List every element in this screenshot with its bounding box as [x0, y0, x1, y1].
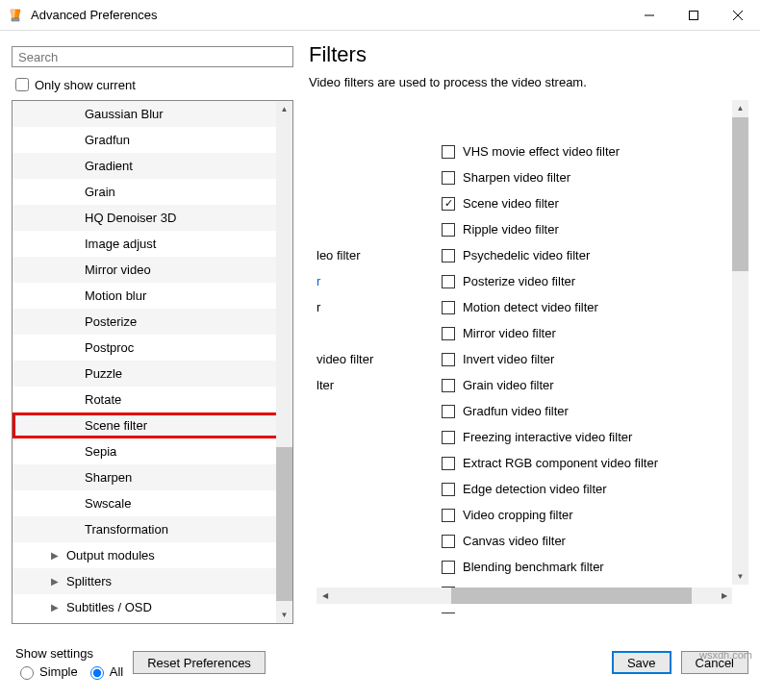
- tree-item[interactable]: Swscale: [13, 490, 292, 516]
- filter-left-fragment: lter: [317, 378, 442, 392]
- filter-checkbox[interactable]: [442, 275, 455, 288]
- tree-item[interactable]: Gradfun: [13, 127, 292, 153]
- filter-checkbox[interactable]: ✓: [442, 197, 455, 211]
- tree-item[interactable]: Sharpen: [13, 464, 292, 490]
- filter-checkbox[interactable]: [442, 171, 455, 185]
- tree-item[interactable]: ▶Splitters: [13, 568, 292, 594]
- filter-checkbox-label[interactable]: VHS movie effect video filter: [442, 144, 620, 159]
- filters-hscroll-thumb[interactable]: [451, 588, 692, 604]
- radio-all[interactable]: [90, 666, 104, 680]
- tree-item[interactable]: Gaussian Blur: [13, 101, 292, 127]
- tree-item[interactable]: Scene filter: [13, 412, 292, 438]
- tree-item-label: Rotate: [85, 392, 121, 407]
- filter-checkbox[interactable]: [442, 509, 455, 522]
- filter-label: Gradfun video filter: [463, 404, 569, 418]
- filter-checkbox[interactable]: [442, 327, 455, 340]
- filter-checkbox-label[interactable]: Invert video filter: [442, 352, 554, 366]
- tree-item[interactable]: Gradient: [13, 153, 292, 179]
- filter-left-fragment: r: [317, 300, 442, 314]
- filter-checkbox[interactable]: [442, 612, 455, 614]
- filter-checkbox[interactable]: [442, 353, 455, 366]
- watermark: wsxdh.com: [699, 649, 752, 661]
- filter-row: Canvas video filter: [317, 528, 748, 554]
- filter-checkbox[interactable]: [442, 301, 455, 314]
- radio-simple-label[interactable]: Simple: [15, 663, 78, 680]
- filter-checkbox[interactable]: [442, 223, 455, 237]
- filter-checkbox[interactable]: [442, 405, 455, 418]
- maximize-button[interactable]: [671, 0, 716, 31]
- filter-row: rMotion detect video filter: [317, 294, 748, 320]
- radio-simple[interactable]: [20, 666, 34, 680]
- filter-checkbox-label[interactable]: Extract RGB component video filter: [442, 456, 658, 470]
- chevron-right-icon[interactable]: ▶: [49, 550, 61, 561]
- filter-row: Mirror video filter: [317, 320, 748, 346]
- tree-item[interactable]: Mirror video: [13, 257, 292, 283]
- filter-checkbox-label[interactable]: Ripple video filter: [442, 222, 559, 237]
- show-settings-group: Show settings Simple All: [15, 646, 123, 680]
- tree-item[interactable]: ▶Output modules: [13, 542, 292, 568]
- page-description: Video filters are used to process the vi…: [309, 75, 748, 89]
- filter-checkbox[interactable]: [442, 145, 455, 159]
- filter-checkbox-label[interactable]: Motion detect video filter: [442, 300, 598, 314]
- filters-vscrollbar[interactable]: ▲ ▼: [732, 100, 748, 585]
- filter-checkbox[interactable]: [442, 431, 455, 444]
- filters-vscroll-thumb[interactable]: [732, 117, 748, 271]
- tree-scrollbar-thumb[interactable]: [276, 447, 292, 601]
- filters-hscrollbar[interactable]: ◀ ▶: [317, 588, 732, 604]
- filter-label: Freezing interactive video filter: [463, 430, 632, 444]
- filter-row: VHS movie effect video filter: [317, 138, 748, 164]
- filter-checkbox-label[interactable]: Gradfun video filter: [442, 404, 569, 418]
- only-current-text: Only show current: [35, 78, 136, 92]
- tree-item[interactable]: Image adjust: [13, 231, 292, 257]
- tree-item-label: Mirror video: [85, 262, 151, 277]
- tree-item[interactable]: Puzzle: [13, 361, 292, 387]
- filter-row: rPosterize video filter: [317, 268, 748, 294]
- main-area: Only show current Gaussian BlurGradfunGr…: [0, 31, 760, 637]
- filter-checkbox[interactable]: [442, 249, 455, 262]
- tree-scrollbar[interactable]: ▲ ▼: [276, 101, 292, 623]
- filter-checkbox[interactable]: [442, 457, 455, 470]
- filter-label: Ripple video filter: [463, 222, 559, 237]
- tree-item[interactable]: Transformation: [13, 516, 292, 542]
- filter-label: Scene video filter: [463, 196, 559, 211]
- tree-item[interactable]: Motion blur: [13, 283, 292, 309]
- tree-item[interactable]: Sepia: [13, 438, 292, 464]
- filter-checkbox[interactable]: [442, 379, 455, 392]
- only-current-checkbox-label[interactable]: Only show current: [12, 75, 293, 94]
- filter-row: Blending benchmark filter: [317, 554, 748, 580]
- save-button[interactable]: Save: [612, 651, 671, 674]
- tree-item[interactable]: Rotate: [13, 387, 292, 412]
- search-input[interactable]: [12, 46, 293, 67]
- filter-checkbox-label[interactable]: Canvas video filter: [442, 534, 566, 548]
- filter-checkbox-label[interactable]: Alpha mask video filter: [442, 612, 589, 613]
- filter-checkbox-label[interactable]: Psychedelic video filter: [442, 248, 590, 262]
- filter-checkbox[interactable]: [442, 561, 455, 574]
- filter-checkbox[interactable]: [442, 483, 455, 496]
- filter-left-fragment: video filter: [317, 352, 442, 366]
- tree-item[interactable]: Grain: [13, 179, 292, 205]
- filter-checkbox[interactable]: [442, 535, 455, 548]
- tree-item-label: Puzzle: [85, 366, 122, 381]
- filter-checkbox-label[interactable]: Sharpen video filter: [442, 170, 570, 185]
- filter-checkbox-label[interactable]: Mirror video filter: [442, 326, 556, 340]
- filter-checkbox-label[interactable]: Edge detection video filter: [442, 482, 607, 496]
- filter-label: Grain video filter: [463, 378, 554, 392]
- filter-checkbox-label[interactable]: Grain video filter: [442, 378, 554, 392]
- chevron-right-icon[interactable]: ▶: [49, 576, 61, 587]
- close-button[interactable]: [716, 0, 760, 31]
- chevron-right-icon[interactable]: ▶: [49, 602, 61, 612]
- tree-item[interactable]: Postproc: [13, 335, 292, 361]
- tree-item[interactable]: HQ Denoiser 3D: [13, 205, 292, 231]
- reset-preferences-button[interactable]: Reset Preferences: [133, 651, 266, 674]
- radio-all-label[interactable]: All: [86, 663, 123, 680]
- filter-checkbox-label[interactable]: ✓Scene video filter: [442, 196, 559, 211]
- filter-checkbox-label[interactable]: Freezing interactive video filter: [442, 430, 632, 444]
- filter-checkbox-label[interactable]: Posterize video filter: [442, 274, 575, 288]
- filter-checkbox-label[interactable]: Blending benchmark filter: [442, 560, 604, 574]
- tree-item[interactable]: ▶Subtitles / OSD: [13, 594, 292, 620]
- tree-item-label: Gaussian Blur: [85, 107, 164, 121]
- only-current-checkbox[interactable]: [15, 78, 29, 91]
- tree-item[interactable]: Posterize: [13, 309, 292, 335]
- filter-checkbox-label[interactable]: Video cropping filter: [442, 508, 573, 522]
- minimize-button[interactable]: [627, 0, 671, 31]
